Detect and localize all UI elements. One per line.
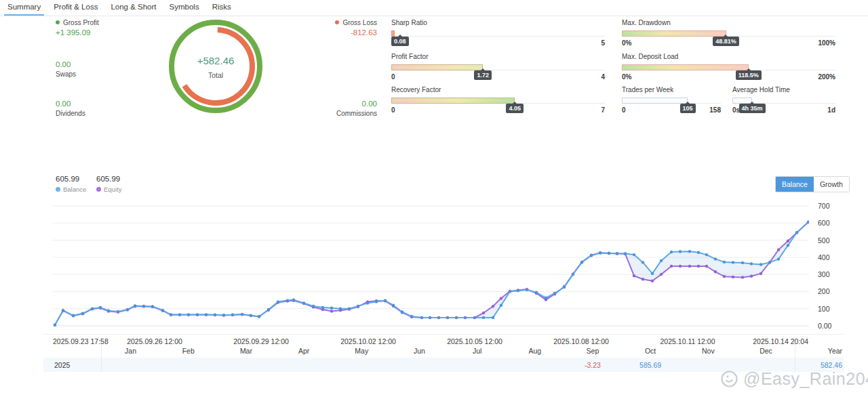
equity-point <box>777 249 780 251</box>
equity-legend[interactable]: 605.99 Equity <box>96 175 121 193</box>
balance-equity-area <box>55 222 808 325</box>
balance-point <box>741 261 744 264</box>
recovery-factor-track <box>391 98 605 104</box>
equity-point <box>500 297 502 299</box>
balance-point <box>292 299 295 301</box>
month-result-cell <box>217 358 275 372</box>
balance-legend[interactable]: 605.99 Balance <box>56 175 86 193</box>
profit-loss-donut: +582.46 Total <box>167 18 264 115</box>
balance-point <box>170 313 172 316</box>
balance-point <box>670 251 673 253</box>
max-drawdown-max: 100% <box>818 39 835 47</box>
year-column-header: Year <box>795 344 844 358</box>
month-header: Dec <box>737 344 795 358</box>
balance-point <box>410 315 413 318</box>
donut-loss-arc <box>177 28 254 105</box>
month-header: Apr <box>275 344 333 358</box>
balance-point <box>500 304 502 307</box>
month-result-cell <box>102 358 159 372</box>
balance-point <box>705 253 708 256</box>
commissions-stat: 0.00 Commissions <box>298 97 377 117</box>
average-hold-time-gauge: Average Hold Time 0s 1d 4h 35m <box>732 86 835 115</box>
balance-point <box>339 307 342 310</box>
balance-legend-label: Balance <box>63 186 86 193</box>
tab-long-and-short[interactable]: Long & Short <box>107 0 159 16</box>
balance-point <box>608 252 610 255</box>
balance-point <box>54 324 56 326</box>
month-header: Nov <box>679 344 737 358</box>
balance-point <box>563 286 566 289</box>
balance-point <box>517 289 519 292</box>
month-result-cell <box>159 358 217 372</box>
trades-per-week-bar <box>622 98 688 104</box>
max-deposit-load-max: 200% <box>818 73 835 81</box>
profit-factor-bar <box>391 64 483 70</box>
balance-legend-value: 605.99 <box>56 175 86 183</box>
balance-point <box>222 314 225 316</box>
balance-point <box>714 257 717 260</box>
max-drawdown-label: Max. Drawdown <box>622 19 835 27</box>
balance-point <box>795 231 798 234</box>
tab-symbols[interactable]: Symbols <box>166 0 203 16</box>
balance-point <box>679 250 682 253</box>
recovery-factor-label: Recovery Factor <box>391 86 605 94</box>
report-tabbar: Summary Profit & Loss Long & Short Symbo… <box>0 0 868 16</box>
balance-point <box>241 313 243 316</box>
equity-line <box>55 222 808 325</box>
equity-point <box>732 276 734 278</box>
balance-point <box>258 315 260 318</box>
balance-point <box>572 273 574 276</box>
balance-point <box>286 299 289 301</box>
balance-point <box>750 262 753 265</box>
gross-profit-label: Gross Profit <box>63 19 99 26</box>
tab-risks[interactable]: Risks <box>209 0 235 16</box>
balance-point <box>760 263 762 266</box>
balance-point <box>455 316 458 319</box>
month-header: Aug <box>506 344 564 358</box>
y-tick-label: 600 <box>818 219 830 227</box>
trades-per-week-max: 158 <box>709 106 721 114</box>
trades-per-week-value-badge: 105 <box>680 104 696 113</box>
balance-point <box>545 297 547 299</box>
balance-point <box>401 310 403 313</box>
month-header: Jul <box>448 344 506 358</box>
balance-point <box>250 314 252 317</box>
month-header: Feb <box>159 344 217 358</box>
equity-legend-dot-icon <box>96 187 101 192</box>
balance-point <box>624 252 627 255</box>
balance-point <box>590 254 593 257</box>
balance-point <box>205 313 208 316</box>
balance-point <box>99 306 102 309</box>
recovery-factor-bar <box>391 98 515 104</box>
equity-point <box>660 273 663 276</box>
tab-summary[interactable]: Summary <box>4 0 44 16</box>
equity-point <box>705 265 708 268</box>
monthly-results-table: JanFebMarAprMayJunJulAugSepOctNovDecYear… <box>43 344 844 372</box>
balance-point <box>72 314 75 317</box>
sharp-ratio-gauge: Sharp Ratio 0 5 0.08 <box>391 19 605 48</box>
recovery-factor-min: 0 <box>391 106 395 114</box>
profit-factor-value-badge: 1.72 <box>474 70 492 80</box>
balance-point <box>267 308 270 311</box>
max-drawdown-track <box>622 30 835 37</box>
trades-per-week-label: Trades per Week <box>622 86 721 94</box>
chart-axis-separator <box>43 334 844 335</box>
growth-button[interactable]: Growth <box>814 177 849 192</box>
swaps-stat: 0.00 Swaps <box>56 58 76 78</box>
y-tick-label: 400 <box>818 253 830 261</box>
dividends-label: Dividends <box>56 110 85 117</box>
profit-factor-track <box>391 64 605 70</box>
balance-point <box>446 316 449 319</box>
month-result-cell <box>275 358 333 372</box>
row-year-label: 2025 <box>43 358 102 372</box>
equity-point <box>679 265 682 268</box>
trades-per-week-gauge: Trades per Week 0 158 105 <box>622 86 721 115</box>
balance-equity-chart[interactable] <box>53 200 809 329</box>
equity-point <box>760 272 762 275</box>
equity-point <box>651 280 654 282</box>
tab-profit-and-loss[interactable]: Profit & Loss <box>50 0 101 16</box>
balance-point <box>633 253 635 256</box>
balance-point <box>330 307 333 310</box>
balance-button[interactable]: Balance <box>776 177 814 192</box>
max-deposit-load-track <box>622 64 835 70</box>
